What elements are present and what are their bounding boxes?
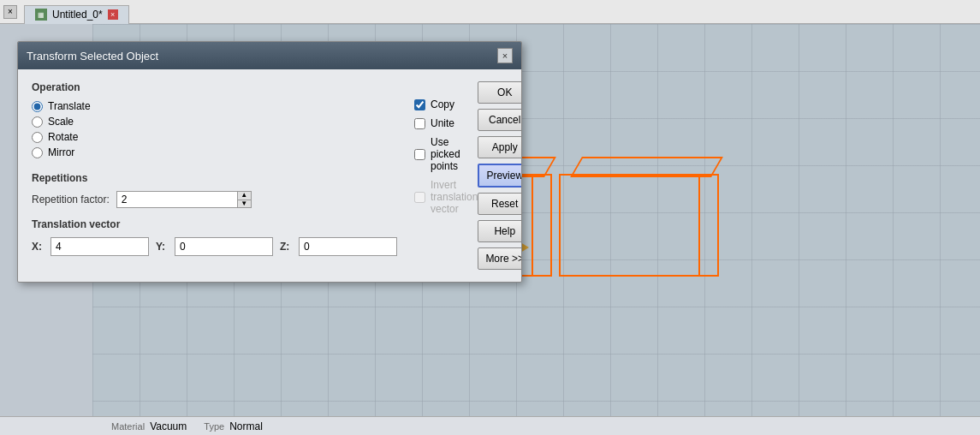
translation-vector-section: Translation vector X: Y: Z: [32, 218, 397, 256]
tab-title: Untitled_0* [52, 9, 103, 21]
status-bar: Material Vacuum Type Normal [0, 416, 980, 435]
reset-button[interactable]: Reset [478, 193, 522, 215]
tab-untitled[interactable]: ▦ Untitled_0* × [24, 5, 129, 24]
checkbox-picked-points-input[interactable] [414, 149, 425, 160]
rep-factor-label: Repetition factor: [32, 194, 110, 206]
title-bar: × ▦ Untitled_0* × [0, 0, 980, 24]
radio-scale[interactable]: Scale [32, 116, 397, 128]
repetitions-label: Repetitions [32, 172, 397, 184]
checkbox-invert-input [414, 192, 425, 203]
material-label: Material [111, 421, 145, 432]
checkbox-copy[interactable]: Copy [414, 98, 478, 110]
transform-dialog: Transform Selected Object × Operation Tr… [17, 41, 522, 283]
checkbox-group: Copy Unite Use picked points Invert tran… [414, 98, 478, 215]
radio-translate-label: Translate [48, 100, 91, 112]
x-label: X: [32, 241, 44, 253]
checkbox-use-picked-points[interactable]: Use picked points [414, 136, 478, 172]
apply-button[interactable]: Apply [478, 136, 522, 158]
type-value: Normal [229, 420, 263, 432]
translation-vector-label: Translation vector [32, 218, 397, 230]
type-label: Type [204, 421, 224, 432]
radio-translate-input[interactable] [32, 101, 43, 112]
help-button[interactable]: Help [478, 220, 522, 242]
checkbox-picked-points-label: Use picked points [431, 136, 478, 172]
orange-box-2-side [698, 174, 719, 277]
radio-rotate[interactable]: Rotate [32, 131, 397, 143]
radio-scale-label: Scale [48, 116, 74, 128]
dialog-left-column: Operation Translate Scale Rotate [32, 81, 397, 270]
cancel-button[interactable]: Cancel [478, 109, 522, 131]
orange-box-1-side [532, 174, 552, 277]
y-input[interactable] [175, 237, 273, 256]
preview-button[interactable]: Preview [478, 164, 522, 188]
z-label: Z: [280, 241, 292, 253]
radio-scale-input[interactable] [32, 116, 43, 128]
material-value: Vacuum [150, 420, 187, 432]
app-close-button[interactable]: × [3, 5, 17, 19]
radio-mirror-label: Mirror [48, 146, 74, 158]
tab-icon: ▦ [35, 9, 47, 21]
y-label: Y: [156, 241, 168, 253]
dialog-title: Transform Selected Object [27, 50, 158, 63]
repetition-factor-input[interactable] [117, 192, 237, 207]
checkbox-copy-label: Copy [431, 98, 454, 110]
repetitions-section: Repetitions Repetition factor: ▲ ▼ [32, 172, 397, 208]
ok-button[interactable]: OK [478, 81, 522, 104]
dialog-close-button[interactable]: × [497, 48, 513, 63]
dialog-titlebar: Transform Selected Object × [18, 42, 521, 69]
dialog-middle-column: Copy Unite Use picked points Invert tran… [397, 81, 478, 270]
rep-decrement-button[interactable]: ▼ [238, 200, 251, 208]
rep-spinner: ▲ ▼ [237, 192, 251, 207]
dialog-buttons-column: OK Cancel Apply Preview Reset Help More … [478, 81, 522, 270]
checkbox-unite-input[interactable] [414, 118, 425, 129]
more-button[interactable]: More >> [478, 247, 522, 270]
material-field: Material Vacuum [111, 420, 187, 432]
repetition-factor-row: Repetition factor: ▲ ▼ [32, 191, 397, 208]
translation-vector-row: X: Y: Z: [32, 237, 397, 256]
radio-rotate-label: Rotate [48, 131, 78, 143]
checkbox-invert-label: Invert translation vector [431, 179, 478, 215]
checkbox-unite-label: Unite [431, 117, 454, 129]
radio-translate[interactable]: Translate [32, 100, 397, 112]
tab-close-button[interactable]: × [108, 9, 118, 20]
radio-rotate-input[interactable] [32, 132, 43, 143]
type-field: Type Normal [204, 420, 263, 432]
checkbox-copy-input[interactable] [414, 99, 425, 110]
radio-mirror-input[interactable] [32, 147, 43, 158]
operation-radio-group: Translate Scale Rotate Mirror [32, 100, 397, 158]
z-input[interactable] [299, 237, 397, 256]
radio-mirror[interactable]: Mirror [32, 146, 397, 158]
checkbox-invert-translation: Invert translation vector [414, 179, 478, 215]
checkbox-unite[interactable]: Unite [414, 117, 478, 129]
orange-box-2-front [559, 174, 700, 277]
dialog-body: Operation Translate Scale Rotate [18, 69, 521, 282]
x-input[interactable] [50, 237, 149, 256]
rep-input-group: ▲ ▼ [116, 191, 252, 208]
operation-section-label: Operation [32, 81, 397, 93]
